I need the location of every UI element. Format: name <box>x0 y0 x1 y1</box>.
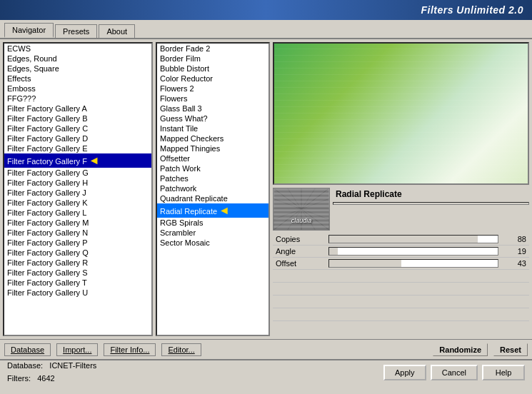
status-info: Database: ICNET-Filters Filters: 4642 <box>7 360 96 385</box>
params-area: Copies88Angle19Offset43 <box>273 233 529 336</box>
empty-param-row-2 <box>273 296 529 308</box>
import-button[interactable]: Import... <box>56 343 98 356</box>
filters-info: Filters: 4642 <box>7 373 96 385</box>
middle-panel: Border Fade 2Border FilmBubble DistortCo… <box>156 42 270 336</box>
filter-item-ffgg[interactable]: Filter Factory Gallery G <box>4 168 151 178</box>
preview-area <box>273 42 529 185</box>
subfilter-item-offsetter[interactable]: Offsetter <box>157 153 268 163</box>
filter-item-ffgh[interactable]: Filter Factory Gallery H <box>4 178 151 188</box>
subfilter-item-bubble-distort[interactable]: Bubble Distort <box>157 64 268 74</box>
filter-item-ffgr[interactable]: Filter Factory Gallery R <box>4 258 151 268</box>
svg-rect-16 <box>273 213 328 216</box>
filter-item-ffgf[interactable]: Filter Factory Gallery F ◄ <box>4 153 151 168</box>
database-info: Database: ICNET-Filters <box>7 360 96 373</box>
param-label-offset: Offset <box>276 259 326 268</box>
svg-rect-13 <box>273 201 328 203</box>
filter-item-ffgp[interactable]: Filter Factory Gallery P <box>4 238 151 248</box>
filter-item-ffg[interactable]: FFG??? <box>4 94 151 103</box>
cancel-button[interactable]: Cancel <box>431 365 478 380</box>
subfilter-item-quadrant-replicate[interactable]: Quadrant Replicate <box>157 193 268 203</box>
filter-item-ffgn[interactable]: Filter Factory Gallery N <box>4 228 151 238</box>
subfilter-item-border-film[interactable]: Border Film <box>157 54 268 64</box>
subfilter-item-patches[interactable]: Patches <box>157 173 268 183</box>
status-bar: Database: ICNET-Filters Filters: 4642 Ap… <box>0 359 532 385</box>
bottom-toolbar: Database Import... Filter Info... Editor… <box>0 339 532 359</box>
filter-item-ffgl[interactable]: Filter Factory Gallery L <box>4 208 151 218</box>
filter-info-button[interactable]: Filter Info... <box>104 343 156 356</box>
svg-rect-11 <box>273 193 328 195</box>
left-panel: ECWSEdges, RoundEdges, SquareEffectsEmbo… <box>3 42 153 336</box>
filter-item-ffgc[interactable]: Filter Factory Gallery C <box>4 123 151 133</box>
filter-name-label: Radial Replicate <box>333 188 529 201</box>
right-panel: claudia Radial Replicate Copies88Angle19… <box>273 42 529 336</box>
thumbnail-label: claudia <box>291 217 312 224</box>
empty-param-row-1 <box>273 283 529 296</box>
subfilter-item-color-reductor[interactable]: Color Reductor <box>157 74 268 84</box>
database-button[interactable]: Database <box>4 343 51 356</box>
reset-button[interactable]: Reset <box>493 343 528 356</box>
main-content: ECWSEdges, RoundEdges, SquareEffectsEmbo… <box>0 39 532 339</box>
filter-item-ffgm[interactable]: Filter Factory Gallery M <box>4 218 151 228</box>
filter-item-ffgt[interactable]: Filter Factory Gallery T <box>4 278 151 288</box>
editor-button[interactable]: Editor... <box>161 343 201 356</box>
subfilter-item-sector-mosaic[interactable]: Sector Mosaic <box>157 238 268 248</box>
status-buttons: Apply Cancel Help <box>383 365 525 380</box>
subfilter-item-patchwork[interactable]: Patchwork <box>157 183 268 193</box>
subfilter-item-patch-work[interactable]: Patch Work <box>157 163 268 173</box>
param-value-offset: 43 <box>501 259 526 268</box>
filter-item-ffgd[interactable]: Filter Factory Gallery D <box>4 133 151 143</box>
filter-list[interactable]: ECWSEdges, RoundEdges, SquareEffectsEmbo… <box>3 42 153 336</box>
filter-item-ffgk[interactable]: Filter Factory Gallery K <box>4 198 151 208</box>
filter-item-ffgj[interactable]: Filter Factory Gallery J <box>4 188 151 198</box>
subfilter-item-mapped-checkers[interactable]: Mapped Checkers <box>157 133 268 143</box>
param-bar-copies[interactable] <box>328 235 498 243</box>
subfilter-item-scrambler[interactable]: Scrambler <box>157 228 268 238</box>
empty-param-row-3 <box>273 308 529 321</box>
tab-presets[interactable]: Presets <box>55 24 97 38</box>
param-bar-offset[interactable] <box>328 259 498 268</box>
randomize-button[interactable]: Randomize <box>433 343 488 356</box>
param-row-copies: Copies88 <box>273 233 529 246</box>
filter-name-bar <box>333 202 529 205</box>
filter-info-panel: claudia Radial Replicate <box>273 188 529 231</box>
svg-rect-10 <box>273 188 328 191</box>
help-button[interactable]: Help <box>482 365 525 380</box>
tab-navigator[interactable]: Navigator <box>4 23 54 38</box>
subfilter-item-flowers-2[interactable]: Flowers 2 <box>157 84 268 94</box>
filter-item-ffgs[interactable]: Filter Factory Gallery S <box>4 268 151 278</box>
subfilter-item-rgb-spirals[interactable]: RGB Spirals <box>157 218 268 228</box>
filter-item-edges-square[interactable]: Edges, Square <box>4 64 151 74</box>
database-value <box>45 361 47 370</box>
filter-item-ffgq[interactable]: Filter Factory Gallery Q <box>4 248 151 258</box>
filter-item-ffgu[interactable]: Filter Factory Gallery U <box>4 288 151 298</box>
param-value-angle: 19 <box>501 247 526 256</box>
filter-item-edges-round[interactable]: Edges, Round <box>4 54 151 64</box>
subfilter-list[interactable]: Border Fade 2Border FilmBubble DistortCo… <box>156 42 270 336</box>
filter-name-box: Radial Replicate <box>333 188 529 231</box>
title-bar: Filters Unlimited 2.0 <box>0 0 532 20</box>
param-label-copies: Copies <box>276 235 326 243</box>
subfilter-item-border-fade-2[interactable]: Border Fade 2 <box>157 44 268 54</box>
svg-rect-12 <box>273 197 328 199</box>
filter-item-ffga[interactable]: Filter Factory Gallery A <box>4 103 151 113</box>
filter-item-effects[interactable]: Effects <box>4 74 151 84</box>
filter-item-ffgb[interactable]: Filter Factory Gallery B <box>4 113 151 123</box>
filter-thumbnail: claudia <box>273 188 330 231</box>
subfilter-item-flowers[interactable]: Flowers <box>157 94 268 103</box>
param-bar-angle[interactable] <box>328 247 498 256</box>
filter-item-ffge[interactable]: Filter Factory Gallery E <box>4 143 151 153</box>
filters-value <box>33 374 35 383</box>
subfilter-item-guess-what[interactable]: Guess What? <box>157 113 268 123</box>
apply-button[interactable]: Apply <box>383 365 426 380</box>
tab-about[interactable]: About <box>99 24 135 38</box>
subfilter-item-glass-ball-3[interactable]: Glass Ball 3 <box>157 103 268 113</box>
filter-item-emboss[interactable]: Emboss <box>4 84 151 94</box>
subfilter-item-radial-replicate[interactable]: Radial Replicate ◄ <box>157 203 268 218</box>
subfilter-item-instant-tile[interactable]: Instant Tile <box>157 123 268 133</box>
tab-bar: Navigator Presets About <box>0 20 532 39</box>
subfilter-item-mapped-thingies[interactable]: Mapped Thingies <box>157 143 268 153</box>
param-label-angle: Angle <box>276 247 326 256</box>
filter-item-ecws[interactable]: ECWS <box>4 44 151 54</box>
svg-rect-19 <box>273 226 328 228</box>
svg-rect-15 <box>273 209 328 211</box>
